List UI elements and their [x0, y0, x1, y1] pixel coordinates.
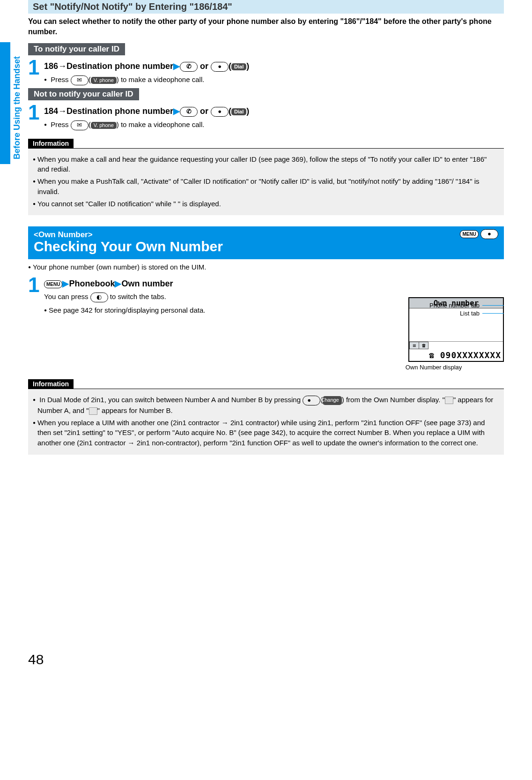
call-key-icon: ✆	[180, 62, 198, 72]
info-item: In Dual Mode of 2in1, you can switch bet…	[33, 395, 499, 415]
side-tab-label: Before Using the Handset	[12, 38, 22, 159]
or-text: or	[198, 61, 211, 71]
step-own-number: 1 MENU▶Phonebook▶Own number You can pres…	[28, 275, 363, 314]
or-text: or	[198, 106, 211, 116]
step-text: 184→Destination phone number	[44, 106, 173, 116]
step-number: 1	[28, 275, 44, 295]
arrow-icon: ▶	[62, 279, 69, 288]
section-header-own-number: <Own Number> Checking Your Own Number ME…	[28, 226, 504, 259]
information-box-1: When you make a call and hear the guidan…	[28, 148, 504, 216]
info-item: When you make a PushTalk call, "Activate…	[33, 176, 499, 197]
step-word: Phonebook	[69, 279, 115, 288]
center-key-icon: ●	[211, 107, 229, 117]
side-tab-bar	[0, 42, 10, 164]
step-notify: 1 186→Destination phone number▶✆ or ●(Di…	[28, 57, 504, 85]
step-not-notify: 1 184→Destination phone number▶✆ or ●(Di…	[28, 102, 504, 130]
info-item: When you replace a UIM with another one …	[33, 418, 499, 448]
info-item: You cannot set "Caller ID notification" …	[33, 199, 499, 209]
info-item: When you make a call and hear the guidan…	[33, 154, 499, 175]
section-title-notify: Set "Notify/Not Notify" by Entering "186…	[28, 0, 504, 14]
tab-icon: ≡	[409, 342, 419, 349]
mail-key-icon: ✉	[71, 75, 89, 85]
dial-softkey: Dial	[231, 63, 246, 70]
arrow-icon: ▶	[173, 106, 180, 116]
center-key-icon: ●	[303, 396, 320, 405]
phone-screen-title: Own number	[409, 298, 503, 308]
mail-key-icon: ✉	[71, 120, 89, 130]
step-sub: You can press ◐ to switch the tabs.	[44, 292, 205, 302]
figure-caption: Own Number display	[363, 364, 504, 371]
vphone-softkey: V. phone	[91, 122, 117, 129]
subheader-notify: To notify your caller ID	[28, 43, 125, 55]
menu-key-icon: MENU	[44, 280, 62, 288]
number-a-icon	[445, 397, 453, 404]
step-sub: See page 342 for storing/displaying pers…	[44, 306, 205, 314]
arrow-icon: ▶	[115, 279, 121, 288]
phone-screen-tabs: ≡☎	[409, 341, 503, 349]
own-number-figure: Phone number tab List tab Own number ≡☎ …	[363, 273, 504, 371]
change-softkey: Change	[323, 396, 342, 405]
step-number: 1	[28, 57, 44, 78]
section-intro: You can select whether to notify the oth…	[28, 14, 504, 40]
subheader-not-notify: Not to notify your caller ID	[28, 88, 139, 100]
lead-text: Your phone number (own number) is stored…	[28, 263, 504, 271]
information-label: Information	[28, 379, 74, 389]
menu-key-icon: MENU	[460, 230, 478, 238]
phone-screen-number: ☎ 090XXXXXXXX	[409, 349, 503, 361]
step-sub: Press ✉(V. phone) to make a videophone c…	[44, 75, 249, 85]
page-number: 48	[28, 652, 504, 677]
call-key-icon: ✆	[180, 107, 198, 117]
arrow-icon: ▶	[173, 61, 180, 71]
step-number: 1	[28, 102, 44, 123]
side-tab-label-wrap: Before Using the Handset	[12, 42, 22, 164]
section-title: Checking Your Own Number	[34, 239, 498, 255]
center-key-icon: ●	[211, 62, 229, 72]
number-b-icon	[89, 407, 97, 415]
label-list-tab: List tab	[460, 310, 480, 317]
dial-softkey: Dial	[231, 108, 246, 115]
vphone-softkey: V. phone	[91, 77, 117, 84]
center-key-icon: ●	[480, 229, 498, 239]
section-tag: <Own Number>	[34, 230, 498, 240]
information-box-2: In Dual Mode of 2in1, you can switch bet…	[28, 389, 504, 455]
step-text: 186→Destination phone number	[44, 61, 173, 71]
nav-key-icon: ◐	[90, 292, 108, 302]
step-word: Own number	[121, 279, 173, 288]
corner-keys: MENU ●	[460, 229, 498, 239]
phone-screen: Own number ≡☎ ☎ 090XXXXXXXX	[408, 297, 504, 362]
step-sub: Press ✉(V. phone) to make a videophone c…	[44, 120, 249, 130]
information-label: Information	[28, 139, 74, 148]
tab-icon: ☎	[419, 342, 429, 349]
